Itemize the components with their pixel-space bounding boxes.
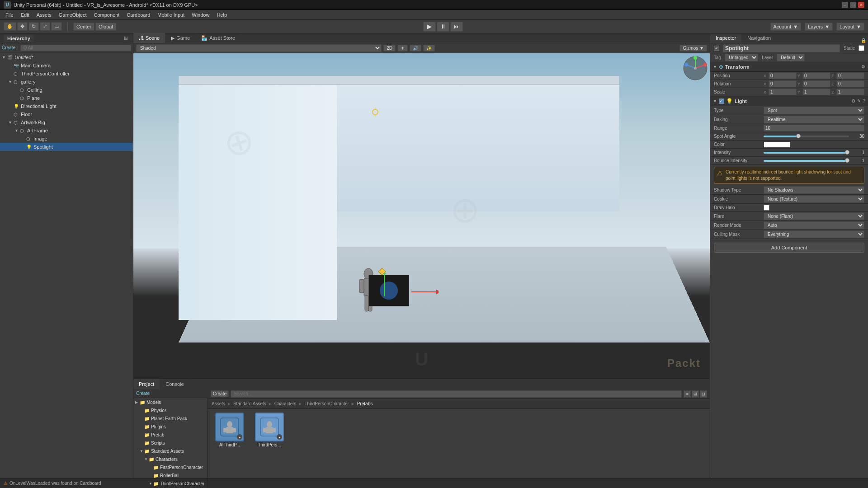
tree-item-untitled[interactable]: ▼ 🎬 Untitled* — [0, 53, 133, 61]
step-button[interactable]: ⏭ — [450, 22, 463, 32]
pos-x-input[interactable] — [769, 72, 797, 79]
ptree-item-standard-assets[interactable]: ▼ 📁 Standard Assets — [133, 447, 208, 455]
tree-item-plane[interactable]: ⬡ Plane — [0, 94, 133, 102]
asset-item-thirdpers[interactable]: ● ThirdPers... — [251, 413, 288, 447]
menu-mobile-input[interactable]: Mobile Input — [154, 11, 188, 19]
account-dropdown[interactable]: Account ▼ — [770, 23, 802, 31]
tree-item-floor[interactable]: ⬡ Floor — [0, 110, 133, 118]
render-mode-select[interactable]: Auto — [764, 221, 864, 229]
tab-game[interactable]: ▶ Game — [165, 33, 196, 43]
audio-toggle[interactable]: 🔊 — [410, 45, 421, 52]
scale-z-input[interactable] — [836, 89, 864, 95]
menu-edit[interactable]: Edit — [17, 11, 33, 19]
range-input[interactable] — [764, 125, 864, 131]
project-search-input[interactable] — [231, 390, 682, 398]
tag-dropdown[interactable]: Untagged — [725, 54, 758, 61]
breadcrumb-characters[interactable]: Characters — [274, 401, 297, 406]
intensity-slider[interactable] — [764, 152, 849, 154]
layout-dropdown[interactable]: Layout ▼ — [836, 23, 864, 31]
tree-item-gallery[interactable]: ▼ ⬡ gallery — [0, 78, 133, 86]
minimize-button[interactable]: ─ — [842, 2, 848, 8]
global-toggle[interactable]: Global — [95, 23, 116, 31]
ptree-item-plugins[interactable]: 📁 Plugins — [133, 422, 208, 431]
pos-y-input[interactable] — [802, 72, 830, 79]
tab-asset-store[interactable]: 🏪 Asset Store — [196, 33, 241, 43]
component-settings-icon[interactable]: ⚙ — [851, 99, 855, 103]
maximize-button[interactable]: □ — [850, 2, 856, 8]
layers-dropdown[interactable]: Layers ▼ — [805, 23, 833, 31]
list-view-btn[interactable]: ≡ — [684, 390, 691, 398]
baking-select[interactable]: Realtime — [764, 116, 864, 123]
menu-window[interactable]: Window — [188, 11, 213, 19]
bounce-intensity-slider[interactable] — [764, 160, 849, 162]
close-button[interactable]: ✕ — [858, 2, 864, 8]
breadcrumb-thirdpersoncharacter[interactable]: ThirdPersonCharacter — [304, 401, 349, 406]
scale-tool[interactable]: ⤢ — [40, 22, 50, 31]
component-book-icon[interactable]: ? — [863, 99, 865, 103]
menu-assets[interactable]: Assets — [33, 11, 55, 19]
gizmos-button[interactable]: Gizmos ▼ — [679, 45, 707, 52]
rot-z-input[interactable] — [836, 80, 864, 87]
project-create-btn[interactable]: Create — [133, 389, 208, 398]
expand-btn[interactable]: ⊡ — [700, 390, 707, 398]
tab-console[interactable]: Console — [160, 379, 189, 389]
tree-item-directional-light[interactable]: 💡 Directional Light — [0, 102, 133, 110]
transform-component-header[interactable]: ▼ ⊕ Transform ⚙ — [710, 62, 868, 72]
rotate-tool[interactable]: ↻ — [28, 22, 39, 31]
scene-viewport[interactable]: U Packt ⊕ ⊕ — [133, 53, 710, 379]
project-create-btn2[interactable]: Create — [211, 390, 229, 397]
component-edit-icon[interactable]: ✎ — [857, 99, 861, 103]
culling-mask-select[interactable]: Everything — [764, 230, 864, 238]
2d-toggle[interactable]: 2D — [383, 45, 396, 52]
scale-y-input[interactable] — [802, 89, 830, 95]
slider-thumb[interactable] — [796, 134, 801, 138]
slider-thumb[interactable] — [845, 150, 849, 155]
menu-help[interactable]: Help — [213, 11, 231, 19]
scale-x-input[interactable] — [769, 89, 797, 95]
slider-thumb[interactable] — [845, 158, 849, 163]
lighting-toggle[interactable]: ☀ — [397, 45, 408, 52]
move-tool[interactable]: ✥ — [17, 22, 28, 31]
menu-cardboard[interactable]: Cardboard — [123, 11, 154, 19]
tree-item-spotlight[interactable]: 💡 Spotlight — [0, 143, 133, 151]
layer-dropdown[interactable]: Default — [777, 54, 805, 61]
menu-file[interactable]: File — [2, 11, 17, 19]
tree-item-thirdpersoncontroller[interactable]: ⬡ ThirdPersonController — [0, 70, 133, 78]
draw-halo-checkbox[interactable] — [764, 205, 769, 211]
hand-tool[interactable]: ✋ — [4, 22, 16, 31]
ptree-item-characters[interactable]: ▼ 📁 Characters — [133, 455, 208, 463]
light-component-header[interactable]: ▼ ✓ 💡 Light ⚙ ✎ ? — [710, 96, 868, 106]
ptree-item-planet-earth[interactable]: 📁 Planet Earth Pack — [133, 414, 208, 422]
hierarchy-resize[interactable]: ⊞ — [122, 35, 129, 42]
grid-view-btn[interactable]: ⊞ — [692, 390, 699, 398]
create-button[interactable]: Create — [2, 45, 15, 50]
pos-z-input[interactable] — [836, 72, 864, 79]
hierarchy-tab[interactable]: Hierarchy — [4, 35, 34, 42]
breadcrumb-standard-assets[interactable]: Standard Assets — [233, 401, 266, 406]
color-swatch[interactable] — [764, 141, 791, 148]
inspector-lock[interactable]: 🔒 — [859, 38, 868, 43]
tree-item-artworkrig[interactable]: ▼ ⬡ ArtworkRig — [0, 118, 133, 127]
object-active-checkbox[interactable] — [714, 46, 719, 51]
tab-inspector[interactable]: Inspector — [710, 33, 742, 43]
cookie-select[interactable]: None (Texture) — [764, 195, 864, 203]
static-checkbox[interactable] — [859, 45, 864, 51]
breadcrumb-assets[interactable]: Assets — [212, 401, 225, 406]
ptree-item-models[interactable]: ▶ 📁 Models — [133, 398, 208, 406]
breadcrumb-prefabs[interactable]: Prefabs — [357, 401, 373, 406]
rot-y-input[interactable] — [802, 80, 830, 87]
rot-x-input[interactable] — [769, 80, 797, 87]
light-active-checkbox[interactable]: ✓ — [719, 99, 724, 104]
flare-select[interactable]: None (Flare) — [764, 212, 864, 220]
hierarchy-search[interactable] — [20, 45, 131, 51]
object-name-input[interactable] — [723, 44, 840, 52]
ptree-item-rollerball[interactable]: 📁 RollerBall — [133, 471, 208, 479]
ptree-item-firstperson[interactable]: 📁 FirstPersonCharacter — [133, 463, 208, 471]
tree-item-main-camera[interactable]: 📷 Main Camera — [0, 61, 133, 70]
center-toggle[interactable]: Center — [73, 23, 94, 31]
effects-toggle[interactable]: ✨ — [423, 45, 435, 52]
shading-mode-select[interactable]: Shaded — [136, 44, 382, 52]
add-component-button[interactable]: Add Component — [714, 243, 864, 253]
ptree-item-prefab[interactable]: 📁 Prefab — [133, 431, 208, 439]
component-settings-icon[interactable]: ⚙ — [861, 64, 865, 69]
